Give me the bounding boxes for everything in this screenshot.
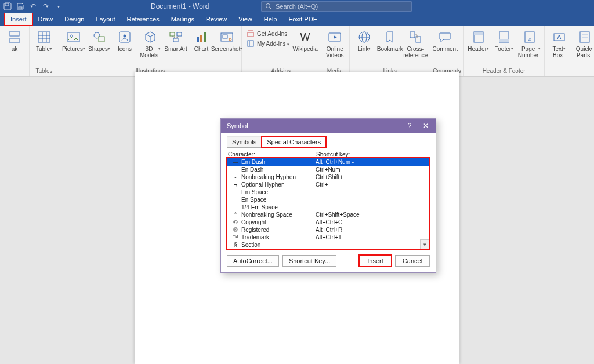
wikipedia-button[interactable]: WWikipedia (293, 29, 317, 59)
list-item[interactable]: –En DashCtrl+Num - (227, 166, 429, 173)
tab-design[interactable]: Design (59, 13, 90, 26)
save-icon[interactable] (15, 1, 26, 12)
list-item[interactable]: ©CopyrightAlt+Ctrl+C (227, 219, 429, 226)
tab-special-characters[interactable]: Special Characters (262, 136, 326, 148)
tab-layout[interactable]: Layout (90, 13, 121, 26)
page-break-icon (6, 29, 23, 45)
group-label (2, 73, 27, 76)
pictures-icon (66, 29, 82, 45)
svg-rect-2 (19, 7, 22, 9)
list-item[interactable]: ¬Optional HyphenCtrl+- (227, 181, 429, 188)
close-button[interactable]: ✕ (418, 120, 433, 132)
tab-draw[interactable]: Draw (32, 13, 59, 26)
redo-icon[interactable]: ↷ (41, 1, 51, 12)
list-item[interactable]: §Section (227, 241, 429, 249)
ribbon-group-links: Link▾BookmarkCross-referenceLinks (350, 26, 430, 76)
list-item[interactable]: ®RegisteredAlt+Ctrl+R (227, 226, 429, 234)
pictures-button[interactable]: Pictures▾ (61, 29, 86, 59)
char-shortcut: Ctrl+Shift+Space (316, 211, 427, 219)
tab-symbols[interactable]: Symbols (227, 136, 262, 148)
quickparts-button[interactable]: QuickParts▾ (573, 29, 594, 59)
list-item[interactable]: °Nonbreaking SpaceCtrl+Shift+Space (227, 211, 429, 219)
dialog-title: Symbol (227, 122, 248, 129)
insert-button[interactable]: Insert (359, 255, 392, 267)
tab-foxitpdf[interactable]: Foxit PDF (282, 13, 323, 26)
video-button[interactable]: OnlineVideos (323, 29, 347, 59)
tab-references[interactable]: References (121, 13, 165, 26)
autosave-icon[interactable] (2, 1, 13, 12)
3dmodels-button[interactable]: 3DModels▾ (138, 29, 162, 59)
crossref-button[interactable]: Cross-reference (403, 29, 428, 59)
screenshot-button[interactable]: Screenshot▾ (215, 29, 239, 59)
char-name: Optional Hyphen (241, 181, 316, 188)
svg-rect-15 (99, 37, 104, 42)
tab-review[interactable]: Review (200, 13, 233, 26)
tab-insert[interactable]: Insert (5, 13, 32, 26)
shapes-button[interactable]: Shapes▾ (87, 29, 111, 59)
list-item[interactable]: Em Space (227, 188, 429, 196)
qat-dropdown-icon[interactable]: ▾ (53, 1, 64, 12)
search-icon (265, 3, 272, 10)
character-listbox[interactable]: —Em DashAlt+Ctrl+Num -–En DashCtrl+Num -… (227, 158, 430, 249)
tab-mailings[interactable]: Mailings (165, 13, 200, 26)
icons-button[interactable]: Icons (113, 29, 137, 59)
ribbon-group-tables: Table▾Tables (30, 26, 59, 76)
tab-help[interactable]: Help (258, 13, 283, 26)
bookmark-button[interactable]: Bookmark (378, 29, 402, 59)
autocorrect-button[interactable]: AutoCorrect... (227, 255, 279, 267)
svg-rect-7 (38, 32, 50, 42)
textbox-icon: A (551, 29, 567, 45)
store-button[interactable]: Get Add-ins (244, 29, 292, 38)
page-break-button[interactable]: ak (2, 29, 27, 59)
list-item[interactable]: -Nonbreaking HyphenCtrl+Shift+_ (227, 173, 429, 181)
undo-icon[interactable]: ↶ (28, 1, 38, 12)
quick-access-toolbar: ↶ ↷ ▾ (0, 1, 64, 12)
list-item[interactable]: —Em DashAlt+Ctrl+Num - (227, 158, 429, 166)
addins-icon (247, 39, 255, 48)
chart-button[interactable]: Chart (189, 29, 213, 59)
scroll-down-icon[interactable]: ▾ (420, 239, 429, 249)
list-item[interactable]: 1/4 Em Space (227, 203, 429, 211)
document-title: Document1 - Word (151, 2, 209, 10)
dialog-tabs: Symbols Special Characters (227, 136, 430, 148)
list-item[interactable]: En Space (227, 196, 429, 203)
char-symbol: ¶ (230, 249, 241, 249)
shortcut-key-button[interactable]: Shortcut Key... (282, 255, 336, 267)
ribbon-group-text: ATextBox▾QuickParts▾AWordArt▾ADropCap▾Si… (545, 26, 594, 76)
search-input[interactable]: Search (Alt+Q) (261, 1, 412, 12)
addins-button[interactable]: My Add-ins ▾ (244, 39, 292, 48)
char-symbol (230, 203, 241, 211)
svg-rect-20 (173, 38, 178, 42)
svg-rect-49 (582, 37, 588, 38)
char-name: Trademark (241, 234, 316, 241)
textbox-button[interactable]: ATextBox▾ (547, 29, 571, 59)
char-shortcut (316, 196, 427, 203)
list-item[interactable]: ™TrademarkAlt+Ctrl+T (227, 234, 429, 241)
svg-rect-42 (499, 39, 509, 42)
cancel-button[interactable]: Cancel (395, 255, 430, 267)
header-button[interactable]: Header▾ (466, 29, 491, 59)
char-shortcut: Ctrl+- (316, 181, 427, 188)
table-button[interactable]: Table▾ (32, 29, 56, 59)
comment-button[interactable]: Comment (433, 29, 457, 59)
help-button[interactable]: ? (402, 120, 417, 132)
svg-line-22 (176, 36, 179, 38)
pagenum-button[interactable]: #PageNumber▾ (517, 29, 542, 59)
text-cursor (179, 121, 179, 130)
tab-file-stub[interactable] (0, 13, 5, 26)
tab-view[interactable]: View (233, 13, 258, 26)
svg-rect-5 (10, 31, 19, 36)
ribbon-group-misc: ak (0, 26, 30, 76)
ribbon-group-comments: CommentComments (430, 26, 463, 76)
svg-point-28 (229, 38, 231, 41)
wikipedia-label: Wikipedia (293, 46, 318, 59)
search-placeholder: Search (Alt+Q) (276, 3, 318, 10)
list-item[interactable]: ¶Paragraph (227, 249, 429, 249)
svg-text:W: W (300, 31, 310, 43)
dialog-titlebar[interactable]: Symbol ? ✕ (221, 119, 436, 133)
chart-label: Chart (194, 46, 208, 59)
smartart-button[interactable]: SmartArt (164, 29, 188, 59)
footer-button[interactable]: Footer▾ (492, 29, 516, 59)
link-button[interactable]: Link▾ (352, 29, 376, 59)
svg-point-3 (266, 4, 270, 8)
